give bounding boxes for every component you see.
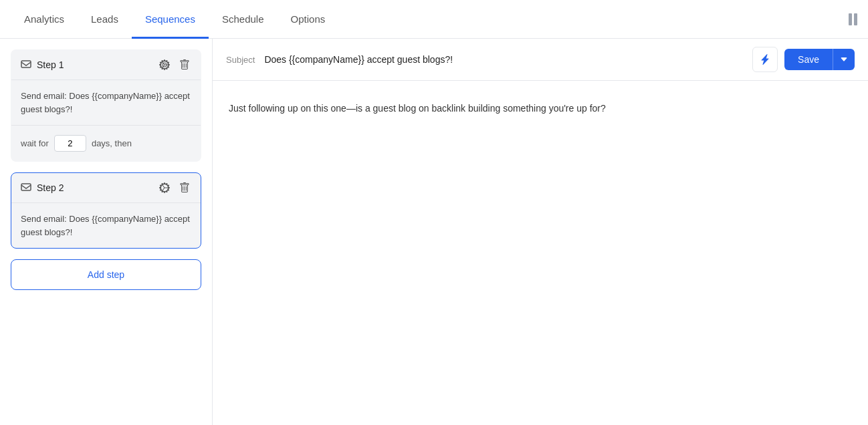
email-icon-2 xyxy=(21,182,31,194)
svg-rect-0 xyxy=(21,61,31,67)
left-panel: Step 1 xyxy=(0,39,213,425)
email-icon-1 xyxy=(21,59,31,72)
step2-actions xyxy=(158,181,191,194)
email-body-text: Just following up on this one—is a guest… xyxy=(229,101,852,116)
svg-rect-1 xyxy=(21,184,31,190)
save-button-group: Save xyxy=(784,49,855,70)
step1-wait: wait for days, then xyxy=(11,125,201,161)
step-card-1[interactable]: Step 1 xyxy=(11,49,201,162)
step2-body: Send email: Does {{companyName}} accept … xyxy=(11,203,201,248)
tab-analytics[interactable]: Analytics xyxy=(11,1,78,39)
email-header: Subject Does {{companyName}} accept gues… xyxy=(213,39,868,81)
step2-title: Step 2 xyxy=(37,182,158,193)
wait-label-1: wait for xyxy=(21,138,49,148)
step1-settings-button[interactable] xyxy=(158,58,171,72)
main-layout: Step 1 xyxy=(0,39,868,425)
save-button[interactable]: Save xyxy=(784,49,833,70)
step1-header: Step 1 xyxy=(11,50,201,80)
save-dropdown-button[interactable] xyxy=(833,49,855,70)
step2-settings-button[interactable] xyxy=(158,181,171,194)
tab-leads[interactable]: Leads xyxy=(78,1,132,39)
step1-body: Send email: Does {{companyName}} accept … xyxy=(11,80,201,125)
tab-sequences[interactable]: Sequences xyxy=(132,1,209,39)
days-then-label-1: days, then xyxy=(92,138,132,148)
step1-wait-input[interactable] xyxy=(54,135,86,152)
step2-email-desc: Send email: Does {{companyName}} accept … xyxy=(21,212,191,239)
nav-tabs: Analytics Leads Sequences Schedule Optio… xyxy=(11,0,338,38)
tab-options[interactable]: Options xyxy=(278,1,339,39)
email-body: Just following up on this one—is a guest… xyxy=(213,81,868,425)
step2-delete-button[interactable] xyxy=(178,181,191,194)
step1-delete-button[interactable] xyxy=(178,58,191,72)
subject-value: Does {{companyName}} accept guest blogs?… xyxy=(264,54,746,65)
right-panel: Subject Does {{companyName}} accept gues… xyxy=(213,39,868,425)
pause-button[interactable] xyxy=(849,13,857,25)
spacer-1 xyxy=(11,162,201,172)
step1-email-desc: Send email: Does {{companyName}} accept … xyxy=(21,90,191,116)
step1-actions xyxy=(158,58,191,72)
lightning-button[interactable] xyxy=(752,47,778,72)
step1-title: Step 1 xyxy=(37,59,158,70)
step2-header: Step 2 xyxy=(11,173,201,203)
subject-label: Subject xyxy=(226,55,255,65)
tab-schedule[interactable]: Schedule xyxy=(209,1,278,39)
step-card-2[interactable]: Step 2 Send email: xyxy=(11,172,201,249)
add-step-button[interactable]: Add step xyxy=(11,259,201,290)
top-nav: Analytics Leads Sequences Schedule Optio… xyxy=(0,0,868,39)
